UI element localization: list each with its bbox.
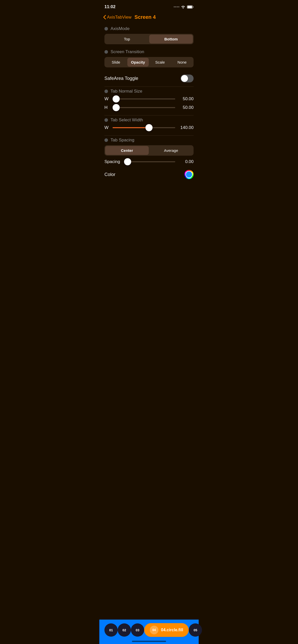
- spacing-thumb[interactable]: [124, 158, 131, 165]
- color-row: Color: [104, 168, 194, 181]
- tab-normal-w-thumb[interactable]: [113, 95, 120, 103]
- axis-mode-top[interactable]: Top: [105, 35, 149, 43]
- screen-transition-section: Screen Transition Slide Opacity Scale No…: [104, 49, 194, 67]
- tab-select-width-label: Tab Select Width: [104, 118, 194, 123]
- divider-3: [104, 135, 194, 136]
- status-time: 11:02: [104, 4, 115, 9]
- back-button[interactable]: AxisTabView: [103, 15, 131, 20]
- tab-normal-size-section: Tab Normal Size W 50.00 H 50.00: [104, 89, 194, 110]
- page-title: Screen 4: [134, 14, 156, 20]
- axis-mode-section: AxisMode Top Bottom: [104, 26, 194, 44]
- tab-normal-w-track[interactable]: [113, 98, 175, 99]
- spacing-slider-row: Spacing 0.00: [104, 159, 194, 164]
- transition-slide[interactable]: Slide: [105, 58, 127, 67]
- w-axis-label: W: [104, 96, 110, 101]
- safe-area-label: SafeArea Toggle: [104, 76, 138, 81]
- tab-normal-h-row: H 50.00: [104, 105, 194, 110]
- svg-rect-2: [193, 6, 194, 8]
- safe-area-row: SafeArea Toggle: [104, 72, 194, 83]
- tab-select-width-dot: [104, 118, 108, 122]
- toggle-thumb: [181, 75, 188, 82]
- tab-normal-w-row: W 50.00: [104, 96, 194, 101]
- tab-normal-size-label: Tab Normal Size: [104, 89, 194, 94]
- spacing-value: 0.00: [178, 159, 194, 164]
- content-area: AxisMode Top Bottom Screen Transition Sl…: [99, 23, 199, 181]
- divider-2: [104, 115, 194, 115]
- svg-rect-1: [187, 6, 192, 8]
- tab-select-w-axis: W: [104, 125, 110, 130]
- tab-spacing-section: Tab Spacing Center Average Spacing 0.00 …: [104, 138, 194, 181]
- color-label: Color: [104, 172, 115, 177]
- screen-transition-label: Screen Transition: [104, 49, 194, 54]
- spacing-center[interactable]: Center: [105, 146, 149, 155]
- tab-select-w-value: 140.00: [178, 125, 194, 130]
- axis-mode-segmented[interactable]: Top Bottom: [104, 34, 194, 44]
- tab-select-w-row: W 140.00: [104, 125, 194, 130]
- color-inner-circle: [185, 171, 193, 178]
- nav-bar: AxisTabView Screen 4: [99, 12, 199, 23]
- tab-select-w-fill: [113, 127, 149, 128]
- wifi-icon: [181, 5, 185, 9]
- spacing-label: Spacing: [104, 159, 120, 164]
- tab-select-w-track[interactable]: [113, 127, 175, 128]
- axis-mode-dot: [104, 27, 108, 31]
- safe-area-toggle[interactable]: [181, 75, 194, 82]
- screen-transition-segmented[interactable]: Slide Opacity Scale None: [104, 57, 194, 67]
- h-axis-label: H: [104, 105, 110, 110]
- spacing-average[interactable]: Average: [149, 146, 193, 155]
- battery-icon: [187, 5, 194, 9]
- screen-transition-dot: [104, 50, 108, 54]
- back-label: AxisTabView: [107, 15, 131, 20]
- tab-normal-w-value: 50.00: [178, 96, 194, 101]
- tab-normal-h-thumb[interactable]: [113, 104, 120, 111]
- color-picker[interactable]: [184, 170, 194, 179]
- transition-none[interactable]: None: [171, 58, 193, 67]
- tab-spacing-label: Tab Spacing: [104, 138, 194, 143]
- tab-select-width-section: Tab Select Width W 140.00: [104, 118, 194, 130]
- tab-spacing-dot: [104, 138, 108, 142]
- divider-1: [104, 86, 194, 87]
- signal-icon: [174, 6, 179, 7]
- tab-normal-size-dot: [104, 90, 108, 93]
- transition-opacity[interactable]: Opacity: [127, 58, 149, 67]
- tab-select-w-thumb[interactable]: [145, 124, 153, 131]
- tab-normal-h-value: 50.00: [178, 105, 194, 110]
- tab-spacing-segmented[interactable]: Center Average: [104, 145, 194, 156]
- axis-mode-bottom[interactable]: Bottom: [149, 35, 193, 43]
- axis-mode-label: AxisMode: [104, 26, 194, 31]
- transition-scale[interactable]: Scale: [149, 58, 171, 67]
- spacing-track[interactable]: [124, 161, 175, 162]
- status-bar: 11:02: [99, 0, 199, 12]
- tab-normal-h-track[interactable]: [113, 107, 175, 108]
- status-icons: [174, 5, 194, 9]
